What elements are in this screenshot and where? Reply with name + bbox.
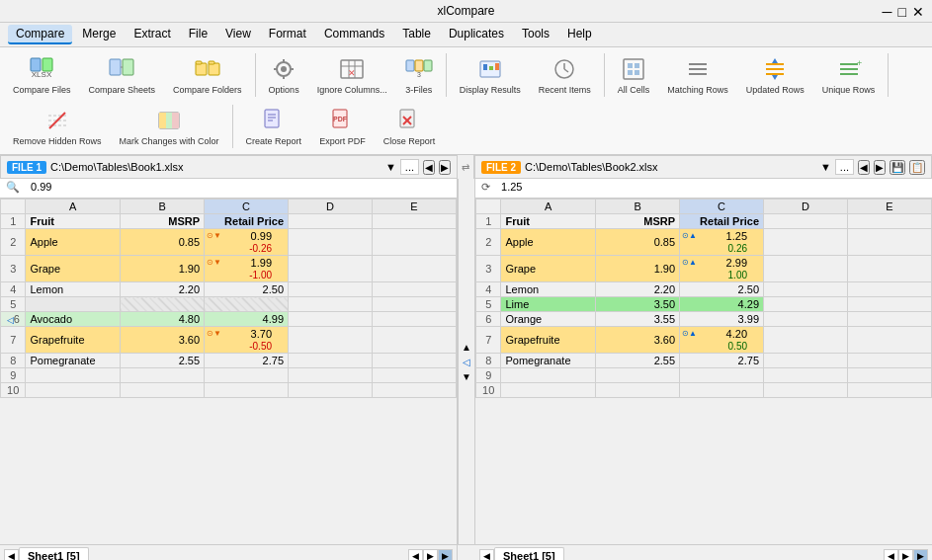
cell-4b[interactable]: 2.20	[121, 282, 205, 297]
menu-help[interactable]: Help	[559, 25, 600, 44]
file1-expand-btn[interactable]: ▼	[385, 161, 396, 173]
scroll-up-icon[interactable]: ▲	[462, 342, 471, 353]
cell-2a[interactable]: Apple	[26, 229, 121, 256]
cell-1a[interactable]: Fruit	[26, 214, 121, 229]
sheet2-scroll-left[interactable]: ◀	[884, 549, 898, 561]
menu-compare[interactable]: Compare	[8, 25, 72, 44]
cell-3c[interactable]: ⊙▼ 1.99-1.00	[205, 256, 289, 282]
cell-10a[interactable]	[26, 383, 121, 398]
cell-9a[interactable]	[26, 368, 121, 383]
cell-6b[interactable]: 4.80	[121, 312, 205, 327]
cell-3b[interactable]: 1.90	[121, 256, 205, 282]
cell-1b[interactable]: MSRP	[121, 214, 205, 229]
close-btn[interactable]: ✕	[912, 4, 924, 20]
menu-file[interactable]: File	[181, 25, 215, 44]
mark-changes-btn[interactable]: Mark Changes with Color	[113, 103, 226, 150]
s2-cell-4b[interactable]: 2.20	[596, 282, 680, 297]
s2-cell-1a[interactable]: Fruit	[501, 214, 596, 229]
cell-7b[interactable]: 3.60	[121, 327, 205, 354]
create-report-btn[interactable]: Create Report	[239, 103, 309, 150]
remove-hidden-rows-btn[interactable]: Remove Hidden Rows	[6, 103, 109, 150]
all-cells-btn[interactable]: All Cells	[611, 51, 657, 99]
cell-6a[interactable]: Avocado	[26, 312, 121, 327]
recent-items-btn[interactable]: Recent Items	[532, 51, 598, 99]
cell-2c[interactable]: ⊙▼ 0.99-0.26	[205, 229, 289, 256]
col-c-header-2[interactable]: C	[680, 200, 764, 214]
s2-cell-6a[interactable]: Orange	[501, 312, 596, 327]
export-pdf-btn[interactable]: PDF Export PDF	[312, 103, 373, 150]
s2-cell-5c[interactable]: 4.29	[680, 297, 764, 312]
s2-cell-8c[interactable]: 2.75	[680, 354, 764, 368]
file1-btn2[interactable]: ▶	[439, 160, 451, 175]
cell-6c[interactable]: 4.99	[205, 312, 289, 327]
maximize-btn[interactable]: □	[898, 4, 906, 20]
col-b-header[interactable]: B	[121, 200, 205, 214]
compare-sheets-btn[interactable]: Compare Sheets	[82, 51, 163, 99]
sheet2-nav-left[interactable]: ◀	[479, 549, 494, 561]
s2-cell-8a[interactable]: Pomegranate	[501, 354, 596, 368]
s2-cell-5b[interactable]: 3.50	[596, 297, 680, 312]
cell-1c[interactable]: Retail Price	[205, 214, 289, 229]
s2-cell-3c[interactable]: ⊙▲ 2.991.00	[680, 256, 764, 282]
s2-cell-4c[interactable]: 2.50	[680, 282, 764, 297]
compare-files-btn[interactable]: XLSX Compare Files	[6, 51, 78, 99]
s2-cell-5a[interactable]: Lime	[501, 297, 596, 312]
s2-cell-3b[interactable]: 1.90	[596, 256, 680, 282]
menu-extract[interactable]: Extract	[126, 25, 178, 44]
menu-table[interactable]: Table	[394, 25, 439, 44]
options-btn[interactable]: Options	[262, 51, 306, 99]
file2-save[interactable]: 💾	[890, 160, 905, 175]
cell-2b[interactable]: 0.85	[121, 229, 205, 256]
display-results-btn[interactable]: Display Results	[453, 51, 528, 99]
sheet2-scroll-end[interactable]: ▶	[913, 549, 928, 561]
s2-cell-9a[interactable]	[501, 368, 596, 383]
scroll-down-icon[interactable]: ▼	[462, 371, 471, 382]
cell-4c[interactable]: 2.50	[205, 282, 289, 297]
col-b-header-2[interactable]: B	[596, 200, 680, 214]
matching-rows-btn[interactable]: Matching Rows	[660, 51, 735, 99]
s2-cell-10a[interactable]	[501, 383, 596, 398]
col-e-header-2[interactable]: E	[847, 200, 931, 214]
file1-nav-prev[interactable]: ...	[400, 159, 419, 175]
menu-duplicates[interactable]: Duplicates	[441, 25, 512, 44]
s2-cell-1b[interactable]: MSRP	[596, 214, 680, 229]
compare-folders-btn[interactable]: Compare Folders	[166, 51, 249, 99]
s2-cell-8b[interactable]: 2.55	[596, 354, 680, 368]
file2-btn1[interactable]: ◀	[858, 160, 870, 175]
file2-nav-prev[interactable]: ...	[835, 159, 854, 175]
cell-7a[interactable]: Grapefruite	[26, 327, 121, 354]
col-a-header-2[interactable]: A	[501, 200, 596, 214]
file2-copy[interactable]: 📋	[909, 160, 925, 175]
col-d-header[interactable]: D	[289, 200, 373, 214]
col-c-header[interactable]: C	[205, 200, 289, 214]
s2-cell-7a[interactable]: Grapefruite	[501, 327, 596, 354]
s2-cell-7b[interactable]: 3.60	[596, 327, 680, 354]
sheet1-tab[interactable]: Sheet1 [5]	[19, 547, 89, 560]
menu-view[interactable]: View	[217, 25, 259, 44]
unique-rows-btn[interactable]: + Unique Rows	[815, 51, 883, 99]
menu-format[interactable]: Format	[261, 25, 314, 44]
s2-cell-2b[interactable]: 0.85	[596, 229, 680, 256]
file2-btn2[interactable]: ▶	[874, 160, 886, 175]
s2-cell-6c[interactable]: 3.99	[680, 312, 764, 327]
sheet1-scroll-end[interactable]: ▶	[438, 549, 453, 561]
cell-8b[interactable]: 2.55	[121, 354, 205, 368]
menu-commands[interactable]: Commands	[316, 25, 392, 44]
col-a-header[interactable]: A	[26, 200, 121, 214]
cell-7c[interactable]: ⊙▼ 3.70-0.50	[205, 327, 289, 354]
close-report-btn[interactable]: Close Report	[377, 103, 443, 150]
sheet2-scroll-right[interactable]: ▶	[898, 549, 913, 561]
sheet1-scroll-left[interactable]: ◀	[408, 549, 423, 561]
sheet1-scroll-right[interactable]: ▶	[423, 549, 438, 561]
menu-merge[interactable]: Merge	[74, 25, 124, 44]
s2-cell-1c[interactable]: Retail Price	[680, 214, 764, 229]
sheet2-tab[interactable]: Sheet1 [5]	[494, 547, 564, 560]
cell-5a[interactable]	[26, 297, 121, 312]
s2-cell-3a[interactable]: Grape	[501, 256, 596, 282]
s2-cell-7c[interactable]: ⊙▲ 4.200.50	[680, 327, 764, 354]
minimize-btn[interactable]: ─	[883, 4, 892, 20]
s2-cell-2a[interactable]: Apple	[501, 229, 596, 256]
updated-rows-btn[interactable]: Updated Rows	[739, 51, 811, 99]
s2-cell-4a[interactable]: Lemon	[501, 282, 596, 297]
cell-8c[interactable]: 2.75	[205, 354, 289, 368]
